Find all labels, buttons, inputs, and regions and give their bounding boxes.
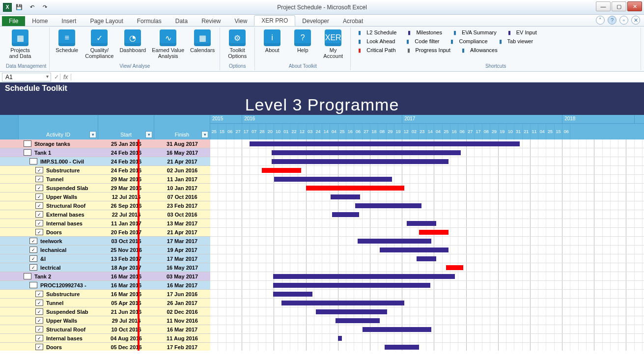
checkbox[interactable]: ✓ bbox=[35, 335, 43, 341]
task-row[interactable]: ✓Upper Walls29 Jul 201611 Nov 2016 bbox=[0, 316, 644, 325]
gantt-bar[interactable] bbox=[363, 327, 431, 332]
help-icon[interactable]: ? bbox=[608, 16, 616, 25]
checkbox[interactable]: ✓ bbox=[35, 229, 43, 235]
checkbox[interactable]: ✓ bbox=[35, 211, 43, 218]
task-row[interactable]: ✓&I13 Feb 201717 Mar 2017 bbox=[0, 254, 644, 263]
checkbox[interactable] bbox=[24, 149, 31, 156]
checkbox[interactable]: ✓ bbox=[35, 344, 43, 350]
tab-file[interactable]: File bbox=[2, 16, 25, 26]
task-row[interactable]: ✓Upper Walls12 Jul 201607 Oct 2016 bbox=[0, 193, 644, 201]
shortcut-code-filter[interactable]: ▮Code filter bbox=[402, 37, 441, 45]
task-row[interactable]: ✓External bases22 Jul 201603 Oct 2016 bbox=[0, 210, 644, 219]
qat-undo-icon[interactable]: ↶ bbox=[27, 2, 37, 13]
checkbox[interactable]: ✓ bbox=[35, 291, 43, 297]
checkbox[interactable]: ✓ bbox=[29, 247, 37, 253]
gantt-bar[interactable] bbox=[273, 292, 312, 297]
shortcut-compliance[interactable]: ▮Compliance bbox=[446, 37, 489, 45]
shortcut-eva-summary[interactable]: ▮EVA Summary bbox=[449, 28, 499, 36]
checkbox[interactable] bbox=[29, 158, 37, 165]
checkbox[interactable]: ✓ bbox=[29, 238, 37, 244]
gantt-bar[interactable] bbox=[358, 239, 431, 244]
checkbox[interactable]: ✓ bbox=[35, 326, 43, 332]
shortcut-milestones[interactable]: ▮Milestones bbox=[403, 28, 444, 36]
filter-icon[interactable]: ▾ bbox=[145, 131, 152, 138]
fx-icon[interactable]: fx bbox=[60, 74, 71, 81]
checkbox[interactable] bbox=[29, 282, 37, 288]
window-restore-icon[interactable]: ▫ bbox=[619, 16, 628, 25]
gantt-bar[interactable] bbox=[316, 309, 387, 314]
task-row[interactable]: ✓Tunnel05 Apr 201626 Jan 2017 bbox=[0, 299, 644, 307]
gantt-bar[interactable] bbox=[407, 221, 436, 226]
checkbox[interactable]: ✓ bbox=[35, 300, 43, 306]
gantt-bar[interactable] bbox=[306, 186, 404, 191]
tab-acrobat[interactable]: Acrobat bbox=[336, 16, 370, 26]
schedule-button[interactable]: ≡Schedule bbox=[53, 28, 81, 54]
dashboard-button[interactable]: ◔Dashboard bbox=[117, 28, 148, 54]
task-row[interactable]: ✓Structural Roof26 Sep 201623 Feb 2017 bbox=[0, 201, 644, 210]
task-row[interactable]: ✓lectrical18 Apr 201716 May 2017 bbox=[0, 263, 644, 272]
filter-icon[interactable]: ▾ bbox=[89, 131, 96, 138]
ribbon-minimize-icon[interactable]: ˄ bbox=[596, 16, 605, 25]
shortcut-allowances[interactable]: ▮Allowances bbox=[457, 46, 500, 54]
task-row[interactable]: ✓Doors20 Feb 201721 Apr 2017 bbox=[0, 228, 644, 237]
checkbox[interactable]: ✓ bbox=[35, 202, 43, 209]
quality-button[interactable]: ✓Quality/Compliance bbox=[83, 28, 115, 60]
minimize-button[interactable]: — bbox=[596, 1, 611, 11]
checkbox[interactable] bbox=[24, 273, 31, 279]
fx-cancel-icon[interactable]: ✓ bbox=[53, 74, 60, 81]
about-button[interactable]: iAbout bbox=[258, 28, 286, 54]
checkbox[interactable]: ✓ bbox=[29, 255, 37, 262]
shortcut-progress-input[interactable]: ▮Progress Input bbox=[403, 46, 453, 54]
checkbox[interactable]: ✓ bbox=[35, 220, 43, 226]
filter-icon[interactable]: ▾ bbox=[201, 131, 208, 138]
tab-view[interactable]: View bbox=[228, 16, 254, 26]
gantt-bar[interactable] bbox=[250, 141, 520, 146]
name-box[interactable]: A1 bbox=[2, 73, 51, 82]
task-row[interactable]: Tank 216 Mar 201603 May 2017 bbox=[0, 272, 644, 281]
shortcut-critical-path[interactable]: ▮Critical Path bbox=[354, 46, 397, 54]
tab-home[interactable]: Home bbox=[25, 16, 55, 26]
eva-button[interactable]: ∿Earned ValueAnalysis bbox=[150, 28, 186, 60]
toolkit-button[interactable]: ⚙ToolkitOptions bbox=[223, 28, 252, 60]
tab-page-layout[interactable]: Page Layout bbox=[83, 16, 130, 26]
task-row[interactable]: ✓Substructure16 Mar 201617 Jun 2016 bbox=[0, 290, 644, 299]
task-row[interactable]: ✓Structural Roof10 Oct 201616 Mar 2017 bbox=[0, 325, 644, 334]
checkbox[interactable]: ✓ bbox=[35, 185, 43, 191]
gantt-bar[interactable] bbox=[446, 265, 463, 270]
tab-review[interactable]: Review bbox=[195, 16, 227, 26]
qat-redo-icon[interactable]: ↷ bbox=[39, 2, 50, 13]
gantt-bar[interactable] bbox=[272, 150, 461, 155]
task-row[interactable]: Storage tanks25 Jan 201631 Aug 2017 bbox=[0, 139, 644, 148]
task-row[interactable]: ✓teelwork03 Oct 201617 Mar 2017 bbox=[0, 237, 644, 246]
task-row[interactable]: ✓Tunnel29 Mar 201611 Jan 2017 bbox=[0, 175, 644, 184]
task-row[interactable]: IMP.S1.000 - Civil24 Feb 201621 Apr 2017 bbox=[0, 157, 644, 166]
gantt-bar[interactable] bbox=[273, 274, 455, 279]
task-row[interactable]: ✓Internal bases11 Jan 201713 Mar 2017 bbox=[0, 219, 644, 228]
checkbox[interactable]: ✓ bbox=[35, 176, 43, 182]
tab-formulas[interactable]: Formulas bbox=[130, 16, 168, 26]
gantt-bar[interactable] bbox=[338, 336, 342, 341]
maximize-button[interactable]: ▢ bbox=[612, 1, 626, 11]
tab-developer[interactable]: Developer bbox=[295, 16, 336, 26]
shortcut-l2-schedule[interactable]: ▮L2 Schedule bbox=[354, 28, 398, 36]
gantt-bar[interactable] bbox=[336, 318, 380, 323]
task-row[interactable]: ✓Doors05 Dec 201617 Feb 2017 bbox=[0, 343, 644, 351]
task-row[interactable]: ✓lechanical25 Nov 201619 Apr 2017 bbox=[0, 246, 644, 254]
task-row[interactable]: PROC120992743 -16 Mar 201616 Mar 2017 bbox=[0, 281, 644, 290]
gantt-bar[interactable] bbox=[380, 248, 448, 252]
task-row[interactable]: ✓Substructure24 Feb 201602 Jun 2016 bbox=[0, 166, 644, 175]
close-button[interactable]: ✕ bbox=[627, 1, 642, 11]
checkbox[interactable] bbox=[24, 140, 31, 147]
tab-data[interactable]: Data bbox=[168, 16, 195, 26]
account-button[interactable]: XERMyAccount bbox=[319, 28, 347, 60]
gantt-bar[interactable] bbox=[417, 256, 436, 261]
gantt-bar[interactable] bbox=[419, 230, 448, 235]
task-row[interactable]: Tank 124 Feb 201616 May 2017 bbox=[0, 148, 644, 157]
gantt-bar[interactable] bbox=[385, 345, 419, 350]
gantt-bar[interactable] bbox=[331, 194, 360, 199]
tab-xer-pro[interactable]: XER PRO bbox=[254, 15, 295, 26]
window-close-icon[interactable]: ✕ bbox=[631, 16, 640, 25]
formula-input[interactable] bbox=[71, 77, 644, 78]
checkbox[interactable]: ✓ bbox=[29, 264, 37, 271]
checkbox[interactable]: ✓ bbox=[35, 167, 43, 173]
